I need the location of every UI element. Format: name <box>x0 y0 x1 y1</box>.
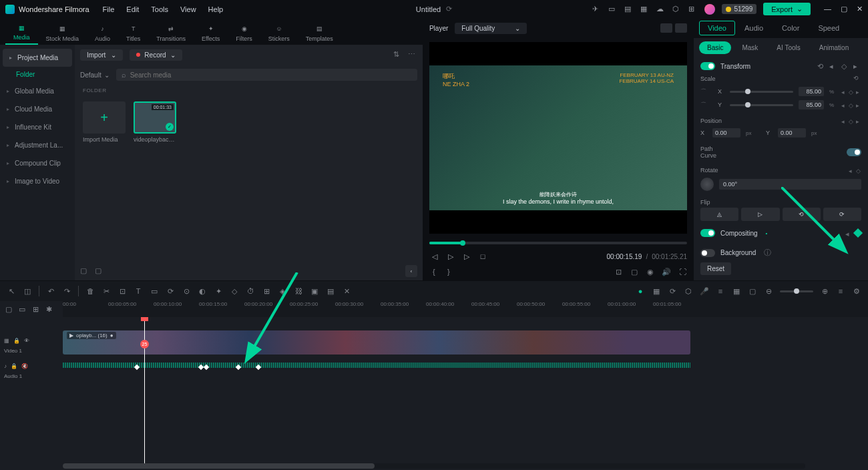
rotate-dial[interactable] <box>700 178 714 191</box>
select-tool-icon[interactable]: ◫ <box>23 286 32 296</box>
stop-button[interactable]: □ <box>477 251 488 262</box>
compare-view-button[interactable] <box>660 23 672 33</box>
collapse-sidebar-button[interactable]: ‹ <box>405 265 417 277</box>
play-button[interactable]: ▷ <box>461 251 472 262</box>
copy-icon[interactable]: ▭ <box>150 286 159 296</box>
cursor-tool-icon[interactable]: ↖ <box>7 286 16 296</box>
grid-icon[interactable]: ▦ <box>732 286 741 296</box>
timeline-opt4-icon[interactable]: ✱ <box>44 304 53 314</box>
timeline-playhead[interactable]: 25 <box>144 317 145 463</box>
media-icon[interactable]: ▦ <box>640 5 650 14</box>
link-icon[interactable]: ⌒ <box>700 87 712 96</box>
message-icon[interactable]: ▭ <box>608 5 618 14</box>
tab-stickers[interactable]: ☺Stickers <box>260 21 298 45</box>
search-input[interactable] <box>130 71 412 79</box>
progress-thumb[interactable] <box>460 240 465 246</box>
menu-help[interactable]: Help <box>208 5 224 13</box>
timeline-opt1-icon[interactable]: ▢ <box>4 304 13 314</box>
mixer-icon[interactable]: ≡ <box>716 286 725 296</box>
single-view-button[interactable] <box>675 23 687 33</box>
kf-next-icon[interactable]: ▸ <box>856 89 861 94</box>
crop-icon[interactable]: ⊡ <box>614 267 623 276</box>
scale-y-slider[interactable] <box>730 104 793 106</box>
tab-audio[interactable]: ♪Audio <box>87 21 118 45</box>
next-frame-button[interactable]: ▷ <box>445 251 456 262</box>
tab-titles[interactable]: TTitles <box>118 21 148 45</box>
sort-icon[interactable]: ⇅ <box>393 50 403 59</box>
compositing-keyframe-diamond[interactable] <box>853 228 863 238</box>
points-badge[interactable]: 51299 <box>722 4 756 14</box>
maximize-button[interactable]: ▢ <box>841 5 847 13</box>
sidebar-sub-folder[interactable]: Folder <box>0 67 75 82</box>
tab-speed[interactable]: Speed <box>809 20 849 36</box>
shield-icon[interactable]: ⬡ <box>684 286 693 296</box>
rotate-input[interactable] <box>719 179 861 190</box>
scale-x-value[interactable]: 85.00 <box>799 87 824 96</box>
volume-icon[interactable]: 🔊 <box>662 267 671 276</box>
audio-track-icon[interactable]: ♪ <box>4 363 7 369</box>
video-track-icon[interactable]: ▦ <box>4 338 9 344</box>
sidebar-item-cloud-media[interactable]: ▸Cloud Media <box>0 100 75 118</box>
reset-button[interactable]: Reset <box>700 262 731 275</box>
history-icon[interactable]: ⟳ <box>446 5 452 13</box>
subtab-mask[interactable]: Mask <box>734 41 766 54</box>
mark-in-button[interactable]: { <box>429 267 439 276</box>
settings-icon[interactable]: ⚙ <box>852 286 861 296</box>
close-button[interactable]: ✕ <box>857 5 863 13</box>
timeline-ruler[interactable]: 00:00 00:00:05:00 00:00:10:00 00:00:15:0… <box>63 301 868 317</box>
keyframe-icon[interactable]: ◇ <box>230 286 239 296</box>
list-icon[interactable]: ≡ <box>836 286 845 296</box>
mute-icon[interactable]: 🔇 <box>21 363 28 369</box>
text-icon[interactable]: T <box>134 286 143 296</box>
quality-dropdown[interactable]: Full Quality⌄ <box>455 23 527 34</box>
tab-color[interactable]: Color <box>773 20 809 36</box>
mark-out-button[interactable]: } <box>444 267 453 276</box>
sidebar-item-project-media[interactable]: ▸Project Media <box>3 49 72 67</box>
path-curve-toggle[interactable] <box>847 148 861 156</box>
rotate-left-button[interactable]: ⟲ <box>783 208 821 221</box>
subtab-basic[interactable]: Basic <box>699 41 731 54</box>
prev-frame-button[interactable]: ◁ <box>429 251 440 262</box>
sort-dropdown[interactable]: Default⌄ <box>80 71 110 79</box>
crop-icon[interactable]: ⊡ <box>118 286 127 296</box>
sidebar-item-image-to-video[interactable]: ▸Image to Video <box>0 172 75 190</box>
tab-transitions[interactable]: ⇄Transitions <box>148 21 194 45</box>
user-avatar[interactable] <box>704 4 715 15</box>
group-icon[interactable]: ▣ <box>310 286 319 296</box>
new-folder-icon[interactable]: ▢ <box>95 266 104 276</box>
import-media-tile[interactable]: + <box>83 101 126 134</box>
subtab-animation[interactable]: Animation <box>811 41 857 54</box>
folder-icon[interactable]: ▢ <box>80 266 89 276</box>
scrollbar-thumb[interactable] <box>63 463 375 469</box>
tab-templates[interactable]: ▤Templates <box>298 21 341 45</box>
menu-edit[interactable]: Edit <box>126 5 139 13</box>
snap-icon[interactable]: ▢ <box>748 286 757 296</box>
tag-icon[interactable]: ◈ <box>278 286 287 296</box>
reset-icon[interactable]: ⟲ <box>817 62 825 70</box>
rotate-right-button[interactable]: ⟳ <box>823 208 861 221</box>
loop-icon[interactable]: ⟳ <box>668 286 677 296</box>
media-clip-thumbnail[interactable]: 00:01:33 ✓ videoplayback (... <box>134 101 176 143</box>
delete-icon[interactable]: 🗑 <box>85 286 95 296</box>
kf-prev-icon[interactable]: ◂ <box>845 230 851 235</box>
layers-icon[interactable]: ▤ <box>326 286 335 296</box>
keyframe-diamond-icon[interactable]: ◇ <box>841 62 849 70</box>
flip-vertical-button[interactable]: ▷ <box>741 208 779 221</box>
preview-video[interactable]: 哪吒 NE ZHA 2 FEBRUARY 13 AU-NZ FEBRUARY 1… <box>429 42 687 234</box>
send-icon[interactable]: ✈ <box>592 5 602 14</box>
refresh-icon[interactable]: ⟳ <box>166 286 175 296</box>
position-y-input[interactable] <box>778 128 806 138</box>
subtab-ai-tools[interactable]: AI Tools <box>769 41 808 54</box>
scale-x-slider[interactable] <box>730 91 793 93</box>
lock-icon[interactable]: 🔒 <box>11 363 17 369</box>
video-clip[interactable]: ▶ oplayb... (16) ● <box>63 330 690 355</box>
zoom-in-icon[interactable]: ⊕ <box>820 286 829 296</box>
timeline-opt2-icon[interactable]: ▭ <box>17 304 27 314</box>
kf-diamond-icon[interactable]: ◇ <box>849 89 854 94</box>
sidebar-item-influence-kit[interactable]: ▸Influence Kit <box>0 118 75 136</box>
sidebar-item-global-media[interactable]: ▸Global Media <box>0 82 75 100</box>
color-icon[interactable]: ◐ <box>198 286 207 296</box>
speed-icon[interactable]: ⊙ <box>182 286 191 296</box>
import-button[interactable]: Import⌄ <box>80 49 123 61</box>
timer-icon[interactable]: ⏱ <box>246 286 255 296</box>
